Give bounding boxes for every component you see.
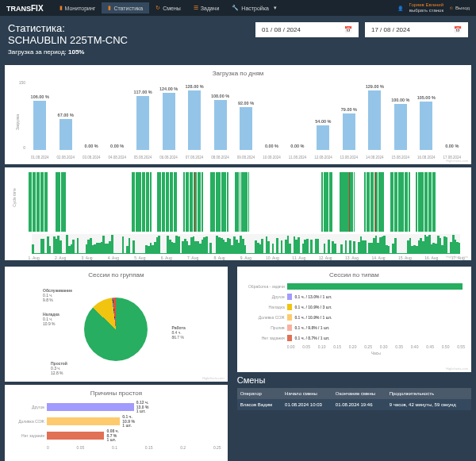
date-to-input[interactable]: 17 / 08 / 2024📅 xyxy=(365,22,468,37)
chart-credit: Highcharts.com xyxy=(446,159,468,163)
daily-bar-chart: 1500 Загрузка 106.00 %67.00 %0.00 %0.00 … xyxy=(11,80,465,159)
page-title: Статистика: xyxy=(8,22,128,34)
panel-title: Сессии по группам xyxy=(11,271,221,279)
calendar-icon: 📅 xyxy=(344,26,352,33)
wrench-icon: 🔧 xyxy=(232,5,239,11)
cycle-time-panel: Cycle time 1. Aug2. Aug3. Aug4. Aug5. Au… xyxy=(5,167,471,260)
chevron-down-icon: ▾ xyxy=(274,5,277,11)
shifts-table: Оператор Начало смены Окончание смены Пр… xyxy=(237,388,471,410)
calendar-icon: 📅 xyxy=(454,26,462,33)
col-duration[interactable]: Продолжительность xyxy=(386,388,471,399)
sessions-types-panel: Сессии по типам Обработка - задачиДругое… xyxy=(237,267,471,372)
sessions-groups-panel: Сессии по группам Обслуживание0.1 ч.9.8 … xyxy=(5,267,228,382)
header: Статистика: SCHAUBLIN 225TM-CNC Загрузка… xyxy=(0,16,476,62)
idle-bar-chart: Другое0.12 ч.13.0 %1 шт.Доливка СОЖ0.1 ч… xyxy=(11,400,221,461)
load-summary: Загрузка за период: 105% xyxy=(8,48,128,56)
table-row[interactable]: Власов Вадим01.08.2024 10:0301.08.2024 1… xyxy=(237,399,471,410)
exit-icon: ⎋ xyxy=(450,6,453,10)
col-start[interactable]: Начало смены xyxy=(282,388,332,399)
nav-monitoring[interactable]: ▮Мониторинг xyxy=(53,2,102,13)
date-from-input[interactable]: 01 / 08 / 2024📅 xyxy=(255,22,359,37)
types-bar-chart: Обработка - задачиДругое0.1 ч. / 13.0% /… xyxy=(244,282,465,367)
machine-name: SCHAUBLIN 225TM-CNC xyxy=(8,34,128,46)
shifts-title: Смены xyxy=(237,375,471,385)
nav-settings[interactable]: 🔧Настройка▾ xyxy=(225,2,282,13)
brush-chart[interactable] xyxy=(32,234,460,254)
refresh-icon: ↻ xyxy=(155,5,160,11)
col-operator[interactable]: Оператор xyxy=(237,388,282,399)
shifts-panel: Смены Оператор Начало смены Окончание см… xyxy=(237,375,471,410)
panel-title: Сессии по типам xyxy=(244,271,465,279)
col-end[interactable]: Окончание смены xyxy=(332,388,386,399)
chart-icon: ▮ xyxy=(60,5,63,11)
exit-button[interactable]: ⎋Выход xyxy=(450,6,470,10)
idle-reasons-panel: Причины простоя Другое0.12 ч.13.0 %1 шт.… xyxy=(5,385,228,461)
nav-tasks[interactable]: ☰Задачи xyxy=(187,2,226,13)
tasks-icon: ☰ xyxy=(194,5,198,11)
user-icon: 👤 xyxy=(397,6,403,11)
nav-shifts[interactable]: ↻Смены xyxy=(149,2,187,13)
chart-credit: Highcharts.com xyxy=(446,255,468,259)
user-info[interactable]: Горяев Евгений выбрать станок xyxy=(409,2,444,13)
stats-icon: ▮ xyxy=(108,5,111,11)
topbar: TRANSFIX ▮Мониторинг ▮Статистика ↻Смены … xyxy=(0,0,476,16)
chart-credit: Highcharts.com xyxy=(446,367,468,371)
nav-stats[interactable]: ▮Статистика xyxy=(102,2,149,13)
panel-title: Причины простоя xyxy=(11,390,221,397)
logo: TRANSFIX xyxy=(6,4,44,13)
panel-title: Загрузка по дням xyxy=(11,70,465,77)
pie-chart: Обслуживание0.1 ч.9.8 % Наладка0.1 ч.10.… xyxy=(11,282,221,377)
cycle-chart xyxy=(11,172,465,232)
chart-credit: Highcharts.com xyxy=(202,376,225,380)
daily-load-panel: Загрузка по дням 1500 Загрузка 106.00 %6… xyxy=(5,65,471,164)
